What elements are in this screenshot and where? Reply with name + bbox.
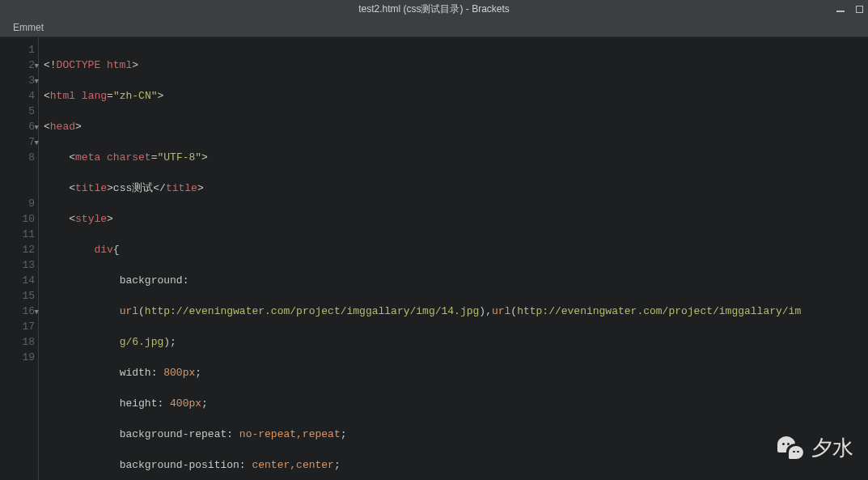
code-line: <html lang="zh-CN"> — [44, 88, 868, 104]
code-line: <style> — [44, 211, 868, 227]
code-line: url(http://eveningwater.com/project/imgg… — [44, 304, 868, 319]
code-line: <meta charset="UTF-8"> — [44, 150, 868, 165]
code-line: <!DOCTYPE html> — [44, 57, 868, 73]
code-line: <head> — [44, 119, 868, 134]
watermark-text: 夕水 — [811, 434, 853, 462]
code-line: g/6.jpg); — [44, 334, 868, 350]
code-line: background-position: center,center; — [44, 457, 868, 473]
menu-bar: Emmet — [0, 18, 868, 37]
maximize-icon[interactable] — [856, 6, 863, 13]
wechat-icon — [777, 436, 805, 461]
watermark: 夕水 — [777, 434, 853, 462]
window-titlebar: test2.html (css测试目录) - Brackets — [0, 0, 868, 18]
window-title: test2.html (css测试目录) - Brackets — [358, 2, 510, 16]
code-line: background: — [44, 273, 868, 288]
code-line: background-repeat: no-repeat,repeat; — [44, 427, 868, 442]
code-line: div{ — [44, 242, 868, 257]
code-line: width: 800px; — [44, 365, 868, 380]
code-editor[interactable]: 1 2▼ 3▼ 4 5 6▼ 7▼ 8 9 10 11 12 13 14 15 … — [0, 37, 868, 480]
minimize-icon[interactable] — [836, 11, 845, 12]
window-controls — [836, 0, 863, 18]
code-line: <title>css测试</title> — [44, 181, 868, 196]
code-line: height: 400px; — [44, 396, 868, 411]
line-number-gutter: 1 2▼ 3▼ 4 5 6▼ 7▼ 8 9 10 11 12 13 14 15 … — [0, 37, 39, 480]
code-area[interactable]: <!DOCTYPE html> <html lang="zh-CN"> <hea… — [39, 37, 868, 480]
menu-emmet[interactable]: Emmet — [5, 19, 52, 36]
